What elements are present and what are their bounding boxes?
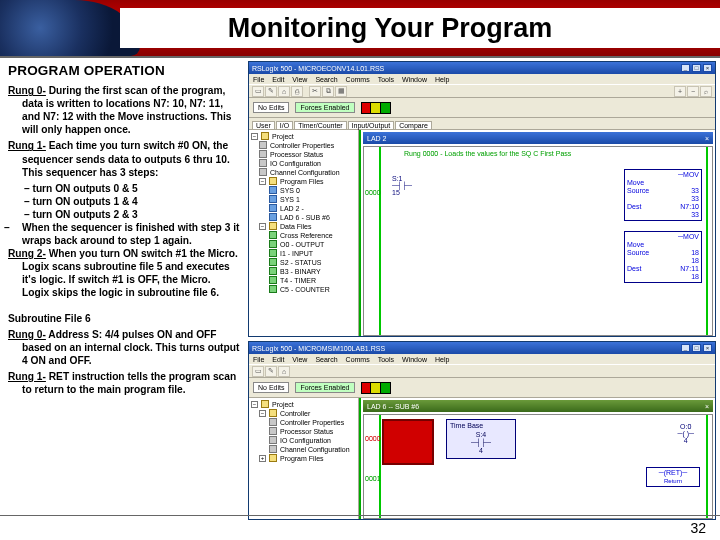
title-text-2: RSLogix 500 - MICROMSIM100LAB1.RSS xyxy=(252,345,385,352)
forces-enabled-2: Forces Enabled xyxy=(295,382,354,393)
ladder-inner-2: 0000 0001 Time Base S:4 ─┤├─ 4 O:0─( )─4 xyxy=(363,414,713,519)
menu-window[interactable]: Window xyxy=(402,76,427,83)
menu-view[interactable]: View xyxy=(292,356,307,363)
ladder-view-1[interactable]: LAD 2 × Rung 0000 - Loads the values for… xyxy=(359,130,715,336)
tab-io[interactable]: I/O xyxy=(276,121,293,129)
zoom-out-icon[interactable]: − xyxy=(687,86,699,97)
inner-close-icon[interactable]: × xyxy=(705,403,709,410)
title-text-1: RSLogix 500 - MICROECONV14.L01.RSS xyxy=(252,65,384,72)
status-toolbar-2: No Edits Forces Enabled xyxy=(249,378,715,398)
inner-close-icon[interactable]: × xyxy=(705,135,709,142)
tab-inout[interactable]: Input/Output xyxy=(348,121,395,129)
new-icon[interactable]: ▭ xyxy=(252,86,264,97)
tab-compare[interactable]: Compare xyxy=(395,121,432,129)
close-icon[interactable]: × xyxy=(703,64,712,72)
slide-title: Monitoring Your Program xyxy=(224,13,557,44)
tree-program-files: −Program Files xyxy=(251,177,356,186)
tree-controller: −Controller xyxy=(251,409,356,418)
menu-file[interactable]: File xyxy=(253,76,264,83)
rung0-body: During the first scan of the program, da… xyxy=(22,85,231,135)
paste-icon[interactable]: ▦ xyxy=(335,86,347,97)
mov-instruction-1[interactable]: ─MOV Move Source 33 33 Dest N7:10 33 xyxy=(624,169,702,221)
titlebar-2[interactable]: RSLogix 500 - MICROMSIM100LAB1.RSS _ □ × xyxy=(249,342,715,354)
project-tree-2[interactable]: −Project −Controller Controller Properti… xyxy=(249,398,359,519)
selected-rung-highlight[interactable] xyxy=(382,419,434,465)
section-heading: PROGRAM OPERATION xyxy=(8,62,240,79)
rung-number-0001: 0001 xyxy=(365,475,381,482)
slide-body: PROGRAM OPERATION Rung 0- During the fir… xyxy=(0,58,720,520)
project-tree-1[interactable]: −Project Controller Properties Processor… xyxy=(249,130,359,336)
tree-item: O0 - OUTPUT xyxy=(251,240,356,249)
instruction-tabs-1: User I/O Timer/Counter Input/Output Comp… xyxy=(249,118,715,130)
close-icon[interactable]: × xyxy=(703,344,712,352)
open-icon[interactable]: ✎ xyxy=(265,366,277,377)
tab-timer[interactable]: Timer/Counter xyxy=(294,121,346,129)
sub-rung1: Rung 1- RET instruction tells the progra… xyxy=(8,370,240,396)
titlebar-1[interactable]: RSLogix 500 - MICROECONV14.L01.RSS _ □ × xyxy=(249,62,715,74)
minimize-icon[interactable]: _ xyxy=(681,344,690,352)
tree-item: S2 - STATUS xyxy=(251,258,356,267)
print-icon[interactable]: ⎙ xyxy=(291,86,303,97)
copy-icon[interactable]: ⧉ xyxy=(322,86,334,97)
find-icon[interactable]: ⌕ xyxy=(700,86,712,97)
toolbar-1: ▭ ✎ ⌂ ⎙ ✂ ⧉ ▦ + − ⌕ xyxy=(249,84,715,98)
window-controls-2: _ □ × xyxy=(681,344,712,352)
light-green-icon xyxy=(381,103,390,113)
minimize-icon[interactable]: _ xyxy=(681,64,690,72)
menu-edit[interactable]: Edit xyxy=(272,76,284,83)
open-icon[interactable]: ✎ xyxy=(265,86,277,97)
menu-edit[interactable]: Edit xyxy=(272,356,284,363)
output-coil: O:0─( )─4 xyxy=(677,423,694,444)
light-green-icon xyxy=(381,383,390,393)
cut-icon[interactable]: ✂ xyxy=(309,86,321,97)
menu-file[interactable]: File xyxy=(253,356,264,363)
menubar-1: File Edit View Search Comms Tools Window… xyxy=(249,74,715,84)
ladder-inner-1: Rung 0000 - Loads the values for the SQ … xyxy=(363,146,713,336)
tab-user[interactable]: User xyxy=(252,121,275,129)
tree-item: IO Configuration xyxy=(251,436,356,445)
timebase-block[interactable]: Time Base S:4 ─┤├─ 4 xyxy=(446,419,516,459)
sub-rung1-body: RET instruction tells the program scan t… xyxy=(22,371,236,395)
menubar-2: File Edit View Search Comms Tools Window… xyxy=(249,354,715,364)
menu-help[interactable]: Help xyxy=(435,356,449,363)
left-rail xyxy=(379,147,381,335)
forces-enabled-1: Forces Enabled xyxy=(295,102,354,113)
tree-item: Processor Status xyxy=(251,150,356,159)
seq-wrap: When the sequencer is finished with step… xyxy=(8,221,240,247)
mov-instruction-2[interactable]: ─MOV Move Source 18 18 Dest N7:11 18 xyxy=(624,231,702,283)
ladder-view-2[interactable]: LAD 6 -- SUB #6 × 0000 0001 Time Base S:… xyxy=(359,398,715,519)
rung1-steps: turn ON outputs 0 & 5 turn ON outputs 1 … xyxy=(8,182,240,221)
rung1-label: Rung 1- xyxy=(8,140,46,151)
maximize-icon[interactable]: □ xyxy=(692,64,701,72)
contact-label: S:1─┤├─15 xyxy=(392,175,412,196)
menu-tools[interactable]: Tools xyxy=(378,356,394,363)
menu-help[interactable]: Help xyxy=(435,76,449,83)
tree-item: Controller Properties xyxy=(251,141,356,150)
save-icon[interactable]: ⌂ xyxy=(278,86,290,97)
tree-item: B3 - BINARY xyxy=(251,267,356,276)
tree-program-files-2: +Program Files xyxy=(251,454,356,463)
menu-comms[interactable]: Comms xyxy=(346,76,370,83)
light-yellow-icon xyxy=(371,103,380,113)
tree-item: IO Configuration xyxy=(251,159,356,168)
no-edits-1: No Edits xyxy=(253,102,289,113)
menu-comms[interactable]: Comms xyxy=(346,356,370,363)
new-icon[interactable]: ▭ xyxy=(252,366,264,377)
maximize-icon[interactable]: □ xyxy=(692,344,701,352)
menu-window[interactable]: Window xyxy=(402,356,427,363)
menu-tools[interactable]: Tools xyxy=(378,76,394,83)
menu-search[interactable]: Search xyxy=(315,356,337,363)
ret-instruction[interactable]: ─(RET)─Return xyxy=(646,467,700,487)
sub-heading: Subroutine File 6 xyxy=(8,312,240,325)
ladder-title-2[interactable]: LAD 6 -- SUB #6 × xyxy=(363,400,713,412)
menu-view[interactable]: View xyxy=(292,76,307,83)
menu-search[interactable]: Search xyxy=(315,76,337,83)
tree-root-2: −Project xyxy=(251,400,356,409)
ladder-title-1[interactable]: LAD 2 × xyxy=(363,132,713,144)
save-icon[interactable]: ⌂ xyxy=(278,366,290,377)
screenshot-column: RSLogix 500 - MICROECONV14.L01.RSS _ □ ×… xyxy=(248,58,720,520)
right-rail xyxy=(706,147,708,335)
tree-item: T4 - TIMER xyxy=(251,276,356,285)
body-split-1: −Project Controller Properties Processor… xyxy=(249,130,715,336)
zoom-in-icon[interactable]: + xyxy=(674,86,686,97)
